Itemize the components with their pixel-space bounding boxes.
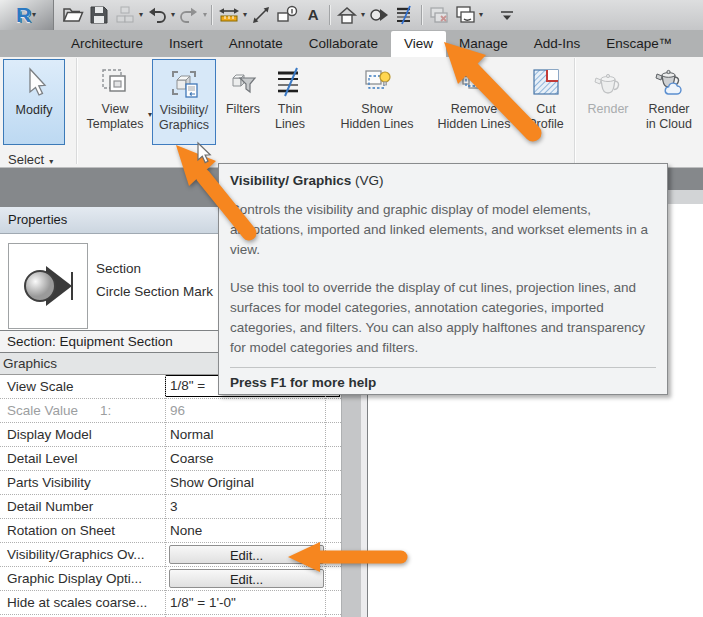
button-label: Render [588,102,629,117]
modify-cursor-icon [16,63,52,103]
customize-qat-icon[interactable] [494,1,520,29]
render-button[interactable]: Render [580,59,636,145]
measure-icon[interactable] [216,1,242,29]
tag-by-category-icon[interactable] [274,1,300,29]
table-row: Hide at scales coarse... 1/8" = 1'-0" [0,591,341,615]
visibility-graphics-button[interactable]: Visibility/ Graphics [152,59,216,145]
section-icon[interactable] [366,1,392,29]
chevron-down-icon[interactable]: ▾ [171,0,175,30]
thin-lines-icon[interactable] [392,1,418,29]
toolbar-separator [211,5,213,25]
save-icon[interactable] [86,1,112,29]
application-menu-button[interactable]: R ▾ [0,0,54,30]
table-row: Scale Value 1: 96 [0,399,341,423]
chevron-down-icon[interactable]: ▾ [139,0,143,30]
visibility-graphics-edit-button[interactable]: Edit... [169,545,324,564]
row-value[interactable]: Normal [170,423,214,446]
vertical-scrollbar[interactable] [341,375,362,617]
tab-collaborate[interactable]: Collaborate [296,31,391,57]
render-in-cloud-button[interactable]: Render in Cloud [638,59,700,145]
tooltip-footer: Press F1 for more help [230,374,656,391]
view-scale-value: 1/8" = [170,378,205,393]
button-label: Show [361,102,392,117]
visibility-graphics-tooltip: Visibility/ Graphics (VG) Controls the v… [218,163,668,395]
button-label: Templates [87,117,144,132]
cut-profile-icon [528,62,564,102]
open-icon[interactable] [60,1,86,29]
row-value[interactable]: Show Original [170,471,254,494]
view-templates-button[interactable]: View Templates ▾ [82,59,148,145]
type-selector-family[interactable]: Section [96,261,141,276]
close-hidden-windows-icon[interactable] [426,1,452,29]
button-label: Hidden Lines [438,117,511,132]
row-label: Visibility/Graphics Ov... [7,543,145,566]
tab-annotate[interactable]: Annotate [216,31,296,57]
redo-icon[interactable] [176,1,202,29]
panel-separator [574,58,576,164]
chevron-down-icon[interactable]: ▾ [203,0,207,30]
remove-hidden-lines-button[interactable]: Remove Hidden Lines [428,59,520,145]
ribbon-tab-bar: Architecture Insert Annotate Collaborate… [0,30,703,57]
aligned-dimension-icon[interactable] [248,1,274,29]
show-hidden-lines-button[interactable]: Show Hidden Lines [330,59,424,145]
section-marker-icon [16,250,80,322]
select-dropdown[interactable]: Select▾ [0,147,76,167]
cut-profile-button[interactable]: Cut Profile [522,59,570,145]
button-label: View [102,102,129,117]
button-label: Visibility/ [160,103,208,118]
row-label: Display Model [7,423,92,446]
type-selector-type[interactable]: Circle Section Mark [96,284,213,299]
filters-button[interactable]: Filters [220,59,266,145]
row-label: Detail Level [7,447,78,470]
text-icon[interactable]: A [300,1,326,29]
render-in-cloud-icon [651,62,687,102]
revit-logo: R [16,3,31,27]
properties-title: Properties [8,212,67,227]
modify-button[interactable]: Modify [3,59,65,145]
button-label: in Cloud [646,117,692,132]
table-row: Rotation on Sheet None [0,519,341,543]
undo-icon[interactable] [144,1,170,29]
group-header-label: Graphics [3,356,57,371]
select-label: Select [8,152,44,167]
table-row-visibility-graphics: Visibility/Graphics Ov... Edit... [0,543,341,567]
tab-view[interactable]: View [391,31,446,57]
row-label: Graphic Display Opti... [7,567,142,590]
tab-manage[interactable]: Manage [446,31,521,57]
tab-insert[interactable]: Insert [156,31,216,57]
chevron-down-icon[interactable]: ▾ [479,0,483,30]
quick-access-toolbar: R ▾ ▾ ▾ ▾ ▾ A ▾ ▾ [0,0,703,31]
sync-with-central-icon[interactable] [112,1,138,29]
tab-enscape[interactable]: Enscape™ [593,31,685,57]
instance-selector-label: Section: Equipment Section [7,334,173,349]
tab-add-ins[interactable]: Add-Ins [521,31,594,57]
properties-table: View Scale 1/8" = Scale Value 1: 96 Disp… [0,375,341,617]
button-label: Render [649,102,690,117]
button-label: Thin [278,102,302,117]
type-selector-preview[interactable] [8,243,88,329]
row-value[interactable]: 3 [170,495,178,518]
row-value[interactable]: 1/8" = 1'-0" [170,591,236,614]
row-label: Scale Value [7,399,78,422]
column-divider [165,375,166,617]
tab-architecture[interactable]: Architecture [58,31,156,57]
row-value[interactable]: Coarse [170,447,214,470]
chevron-down-icon: ▾ [32,0,36,30]
ribbon: Modify Select▾ View Templates ▾ Visibili… [0,57,703,168]
thin-lines-icon [272,62,308,102]
switch-windows-icon[interactable] [452,1,478,29]
remove-hidden-lines-icon [456,62,492,102]
default-3d-view-icon[interactable] [334,1,360,29]
row-label: Hide at scales coarse... [7,591,147,614]
button-label: Hidden Lines [341,117,414,132]
button-label: Profile [528,117,563,132]
visibility-graphics-icon [166,63,202,103]
row-value[interactable]: None [170,519,202,542]
chevron-down-icon[interactable]: ▾ [361,0,365,30]
tooltip-title-text: Visibility/ Graphics [230,173,351,188]
tooltip-paragraph: Use this tool to override the display of… [230,278,656,358]
thin-lines-button[interactable]: Thin Lines [268,59,312,145]
graphic-display-options-edit-button[interactable]: Edit... [169,569,324,588]
scrollbar-margin [361,375,367,617]
chevron-down-icon[interactable]: ▾ [243,0,247,30]
